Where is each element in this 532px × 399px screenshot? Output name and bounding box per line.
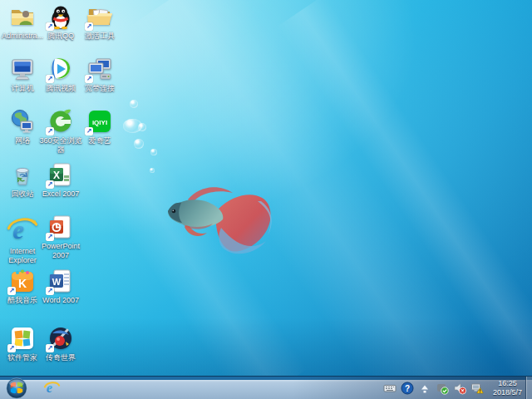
shortcut-arrow-icon: ↗ [46, 75, 54, 83]
desktop-icon-internet-explorer[interactable]: eInternet Explorer [1, 214, 44, 265]
desktop-icon-broadband-connection[interactable]: ↗宽带连接 [78, 56, 121, 93]
security-ok-icon[interactable] [436, 382, 449, 395]
browser360-icon: ↗ [47, 108, 74, 135]
taskbar-internet-explorer-button[interactable]: e [39, 378, 64, 398]
desktop-icon-word-2007[interactable]: W↗Word 2007 [39, 268, 82, 305]
desktop-icon-label: 宽带连接 [78, 84, 121, 93]
volume-muted-icon[interactable] [453, 382, 466, 395]
shortcut-arrow-icon: ↗ [46, 233, 54, 241]
betta-fish [163, 176, 278, 258]
shortcut-arrow-icon: ↗ [85, 127, 93, 135]
qq-icon: ↗ [47, 3, 74, 30]
bubble [134, 139, 144, 149]
desktop-icon-legend-game[interactable]: ↗传奇世界 [39, 325, 82, 362]
shortcut-arrow-icon: ↗ [85, 22, 93, 31]
svg-text:?: ? [405, 383, 410, 392]
desktop-icon-label: 软件管家 [1, 353, 44, 362]
input-keyboard-icon[interactable] [383, 382, 397, 395]
desktop-icon-administrator-folder[interactable]: Administra... [1, 3, 44, 41]
desktop-icon-computer[interactable]: 计算机 [1, 56, 44, 93]
show-desktop-button[interactable] [525, 377, 532, 399]
desktop-icon-label: 腾讯QQ [39, 32, 82, 41]
bubble [130, 100, 138, 108]
desktop-icon-label: Internet Explorer [1, 247, 44, 265]
user-folder-icon [9, 3, 36, 30]
desktop-icon-network[interactable]: 网络 [1, 108, 44, 145]
svg-text:iQIYI: iQIYI [92, 119, 107, 126]
desktop-icon-label: 计算机 [1, 84, 44, 93]
desktop-icon-label: PowerPoint 2007 [39, 242, 82, 260]
desktop-icon-label: 激活工具 [78, 32, 121, 41]
desktop: Administra...↗腾讯QQ↗激活工具计算机↗腾讯视频↗宽带连接网络↗3… [0, 0, 532, 399]
desktop-icon-360-safe-browser[interactable]: ↗360安全浏览器 [39, 108, 82, 155]
desktop-icon-excel-2007[interactable]: X↗Excel 2007 [39, 161, 82, 199]
desktop-icon-software-manager[interactable]: ↗软件管家 [1, 325, 44, 362]
desktop-icon-iqiyi[interactable]: iQIYI↗爱奇艺 [78, 108, 121, 145]
taskbar: e ? 16:25 2018/5/7 [0, 376, 532, 399]
broadband-icon: ↗ [86, 56, 113, 82]
desktop-icon-tencent-qq[interactable]: ↗腾讯QQ [39, 3, 82, 41]
shortcut-arrow-icon: ↗ [46, 344, 54, 352]
shortcut-arrow-icon: ↗ [7, 287, 16, 295]
desktop-icon-label: Excel 2007 [39, 190, 82, 199]
shortcut-arrow-icon: ↗ [46, 287, 54, 295]
desktop-icon-label: 传奇世界 [39, 353, 82, 362]
system-tray: ? [383, 382, 484, 395]
software-manager-icon: ↗ [9, 325, 36, 352]
bubble [138, 123, 146, 131]
legend-game-icon: ↗ [47, 325, 74, 352]
network-icon [9, 108, 36, 135]
ie-icon: e [7, 214, 38, 245]
powerpoint-icon: ↗ [47, 214, 74, 240]
recycle-bin-icon [9, 161, 36, 188]
shortcut-arrow-icon: ↗ [46, 127, 54, 135]
desktop-icon-label: Administra... [1, 32, 44, 41]
desktop-icon-activation-tools[interactable]: ↗激活工具 [78, 3, 121, 41]
excel-icon: X↗ [47, 161, 74, 188]
desktop-icon-label: 腾讯视频 [39, 84, 82, 93]
desktop-icon-tencent-video[interactable]: ↗腾讯视频 [39, 56, 82, 93]
desktop-icon-label: 酷我音乐 [1, 296, 44, 305]
tencent-video-icon: ↗ [47, 56, 74, 82]
clock-time: 16:25 [493, 379, 522, 388]
word-icon: W↗ [47, 268, 74, 294]
light-ray [127, 0, 521, 399]
shortcut-arrow-icon: ↗ [46, 180, 54, 189]
computer-icon [9, 56, 36, 82]
bubble [150, 149, 157, 155]
svg-text:K: K [18, 277, 27, 290]
start-button[interactable] [6, 377, 27, 399]
show-hidden-icons-button[interactable] [418, 382, 431, 395]
svg-text:W: W [52, 277, 62, 287]
desktop-icon-kuwo-music[interactable]: K↗酷我音乐 [1, 268, 44, 305]
bubble [150, 168, 155, 173]
help-question-icon[interactable]: ? [401, 382, 414, 395]
network-warning-icon[interactable] [470, 382, 484, 395]
shortcut-arrow-icon: ↗ [46, 22, 54, 31]
kuwo-icon: K↗ [9, 268, 36, 294]
shortcut-arrow-icon: ↗ [7, 344, 16, 352]
desktop-icon-label: Word 2007 [39, 296, 82, 305]
folder-tools-icon: ↗ [86, 3, 113, 30]
desktop-icon-label: 爱奇艺 [78, 136, 121, 145]
desktop-icon-powerpoint-2007[interactable]: ↗PowerPoint 2007 [39, 214, 82, 260]
svg-text:X: X [53, 170, 60, 181]
desktop-icon-label: 360安全浏览器 [39, 136, 82, 155]
taskbar-clock[interactable]: 16:25 2018/5/7 [493, 379, 522, 397]
clock-date: 2018/5/7 [493, 388, 522, 397]
desktop-icon-label: 网络 [1, 136, 44, 145]
desktop-icon-label: 回收站 [1, 190, 44, 199]
iqiyi-icon: iQIYI↗ [86, 108, 113, 135]
shortcut-arrow-icon: ↗ [85, 75, 93, 83]
desktop-icon-recycle-bin[interactable]: 回收站 [1, 161, 44, 199]
light-ray [277, 0, 532, 399]
